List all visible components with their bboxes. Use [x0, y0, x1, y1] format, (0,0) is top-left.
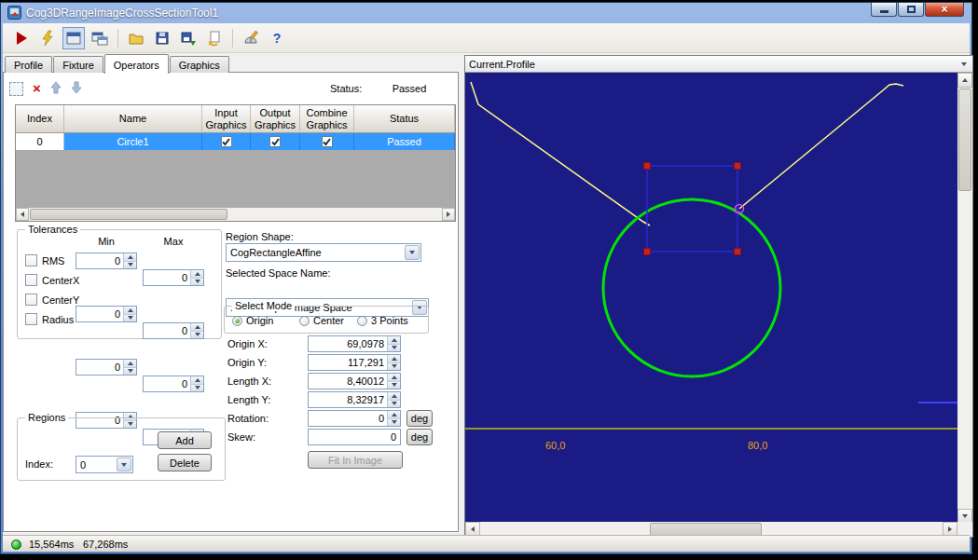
origin-x-spinner[interactable]: 69,0978: [308, 335, 401, 352]
open-file-button[interactable]: [125, 27, 147, 49]
column-header-output[interactable]: Output Graphics: [251, 105, 300, 133]
region-handle[interactable]: [735, 249, 741, 255]
skew-deg-button[interactable]: deg: [406, 429, 433, 445]
spin-up-button[interactable]: [191, 270, 203, 278]
column-header-status[interactable]: Status: [354, 105, 455, 133]
spin-up-button[interactable]: [191, 323, 203, 331]
centerx-max-spinner[interactable]: 0: [143, 322, 204, 339]
column-header-input[interactable]: Input Graphics: [202, 105, 251, 133]
spin-up-button[interactable]: [388, 355, 400, 362]
tab-profile[interactable]: Profile: [5, 56, 52, 73]
fit-in-image-button[interactable]: Fit In Image: [308, 451, 403, 469]
radius-checkbox[interactable]: [25, 313, 37, 325]
spin-up-button[interactable]: [124, 360, 136, 367]
spin-up-button[interactable]: [191, 376, 203, 384]
measure-button[interactable]: [240, 27, 262, 49]
scroll-left-button[interactable]: [16, 208, 29, 221]
display-vertical-scrollbar[interactable]: [957, 73, 972, 524]
rms-min-spinner[interactable]: 0: [76, 253, 137, 269]
spin-down-button[interactable]: [388, 418, 400, 427]
checkbox-checked-icon[interactable]: [322, 136, 333, 147]
region-handle[interactable]: [735, 163, 741, 170]
minimize-button[interactable]: [871, 3, 897, 17]
delete-operator-button[interactable]: ×: [33, 82, 41, 95]
cell-output-graphics[interactable]: [251, 133, 300, 150]
skew-input[interactable]: 0: [308, 429, 401, 445]
spin-down-button[interactable]: [388, 381, 400, 389]
run-button[interactable]: [10, 27, 33, 49]
maximize-button[interactable]: [898, 3, 924, 17]
table-row[interactable]: 0 Circle1 Passed: [16, 133, 455, 150]
centery-checkbox[interactable]: [25, 294, 37, 306]
centery-min-spinner[interactable]: 0: [76, 359, 137, 376]
record-dropdown-button[interactable]: [957, 58, 971, 70]
reset-button[interactable]: [203, 27, 226, 49]
region-shape-combobox[interactable]: CogRectangleAffine: [226, 243, 421, 262]
column-header-index[interactable]: Index: [16, 105, 64, 133]
tool-display-button[interactable]: [62, 27, 85, 49]
record-selector[interactable]: Current.Profile: [465, 56, 972, 73]
tab-fixture[interactable]: Fixture: [53, 56, 103, 73]
checkbox-checked-icon[interactable]: [269, 136, 281, 147]
origin-y-spinner[interactable]: 117,291: [308, 354, 401, 371]
centery-max-spinner[interactable]: 0: [143, 376, 204, 392]
rotation-deg-button[interactable]: deg: [406, 410, 433, 427]
spin-down-button[interactable]: [388, 344, 400, 352]
move-up-button[interactable]: [50, 81, 62, 96]
cell-combine-graphics[interactable]: [300, 133, 354, 150]
spin-up-button[interactable]: [388, 392, 400, 400]
tab-graphics[interactable]: Graphics: [170, 56, 229, 73]
centerx-min-spinner[interactable]: 0: [76, 306, 137, 322]
spin-up-button[interactable]: [388, 374, 400, 381]
spin-down-button[interactable]: [388, 362, 400, 371]
scroll-thumb[interactable]: [650, 523, 762, 536]
new-operator-button[interactable]: [9, 82, 23, 96]
cell-input-graphics[interactable]: [202, 133, 251, 150]
spin-up-button[interactable]: [388, 336, 400, 344]
spin-down-button[interactable]: [388, 400, 400, 408]
scroll-thumb[interactable]: [958, 89, 971, 191]
save-file-button[interactable]: [151, 27, 173, 49]
combobox-button[interactable]: [405, 245, 420, 260]
spin-up-button[interactable]: [124, 307, 136, 314]
mode-origin-radio[interactable]: Origin: [232, 315, 273, 326]
add-region-button[interactable]: Add: [158, 431, 212, 449]
length-y-spinner[interactable]: 8,32917: [308, 391, 401, 408]
title-bar[interactable]: Cog3DRangeImageCrossSectionTool1 ×: [1, 3, 971, 23]
spin-down-button[interactable]: [124, 367, 136, 376]
mode-3points-radio[interactable]: 3 Points: [357, 315, 408, 326]
run-electric-button[interactable]: [36, 27, 59, 49]
centerx-checkbox[interactable]: [25, 274, 37, 286]
spin-down-button[interactable]: [124, 261, 136, 269]
rotation-spinner[interactable]: 0: [308, 410, 401, 427]
mode-center-radio[interactable]: Center: [299, 315, 344, 326]
cell-status[interactable]: Passed: [354, 133, 455, 150]
scroll-thumb[interactable]: [30, 209, 227, 220]
spin-up-button[interactable]: [388, 411, 400, 418]
move-down-button[interactable]: [71, 81, 82, 96]
export-button[interactable]: [177, 27, 200, 49]
help-button[interactable]: ?: [266, 27, 288, 49]
delete-region-button[interactable]: Delete: [158, 454, 212, 471]
subtool-display-button[interactable]: [89, 27, 111, 49]
region-handle[interactable]: [644, 163, 651, 170]
rms-checkbox[interactable]: [25, 254, 37, 266]
spin-down-button[interactable]: [191, 331, 203, 339]
scroll-up-button[interactable]: [957, 73, 972, 88]
column-header-name[interactable]: Name: [64, 105, 202, 133]
spin-down-button[interactable]: [124, 314, 136, 322]
spin-down-button[interactable]: [191, 278, 203, 286]
region-handle[interactable]: [644, 249, 651, 255]
profile-display[interactable]: 60,0 80,0: [465, 73, 957, 524]
cell-name[interactable]: Circle1: [64, 133, 202, 150]
length-x-spinner[interactable]: 8,40012: [308, 373, 401, 389]
region-index-combobox[interactable]: 0: [76, 456, 133, 473]
tab-operators[interactable]: Operators: [104, 54, 169, 74]
cell-index[interactable]: 0: [16, 133, 64, 150]
close-button[interactable]: ×: [925, 3, 964, 17]
grid-horizontal-scrollbar[interactable]: [16, 208, 455, 221]
spin-up-button[interactable]: [124, 253, 136, 261]
spin-down-button[interactable]: [191, 384, 203, 392]
combobox-button[interactable]: [117, 458, 131, 471]
scroll-right-button[interactable]: [442, 208, 455, 221]
